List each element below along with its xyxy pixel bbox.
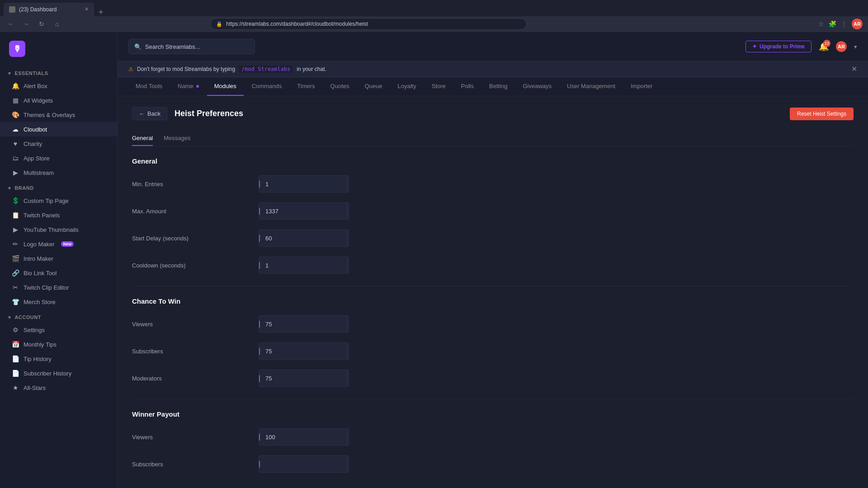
sub-tab-general[interactable]: General — [132, 131, 153, 146]
winner-subscribers-increment[interactable]: ▲ — [347, 455, 349, 464]
sidebar-item-tip-history[interactable]: 📄 Tip History — [0, 352, 117, 366]
subscribers-chance-increment[interactable]: ▲ — [347, 343, 349, 351]
notification-bell[interactable]: 🔔 23 — [819, 42, 829, 52]
user-dropdown-icon[interactable]: ▾ — [854, 43, 857, 50]
extensions-icon[interactable]: 🧩 — [829, 20, 836, 28]
min-entries-input[interactable] — [259, 181, 347, 188]
cooldown-increment[interactable]: ▲ — [347, 257, 349, 265]
moderators-chance-input[interactable] — [259, 375, 347, 382]
tab-commands[interactable]: Commands — [245, 77, 289, 96]
viewers-chance-decrement[interactable]: ▼ — [347, 324, 349, 333]
sidebar-item-custom-tip-page[interactable]: 💲 Custom Tip Page — [0, 193, 117, 208]
winner-viewers-decrement[interactable]: ▼ — [347, 437, 349, 446]
subscribers-chance-input-wrap[interactable]: ▲ ▼ — [259, 343, 349, 360]
moderators-chance-input-wrap[interactable]: ▲ ▼ — [259, 370, 349, 387]
sub-tab-messages[interactable]: Messages — [164, 131, 190, 146]
sidebar-item-youtube-thumbnails[interactable]: ▶ YouTube Thumbnails — [0, 222, 117, 237]
nav-forward-button[interactable]: → — [21, 19, 32, 29]
start-delay-input-wrap[interactable]: ▲ ▼ — [259, 230, 349, 247]
subscribers-chance-decrement[interactable]: ▼ — [347, 351, 349, 360]
sidebar-section-account[interactable]: ▼ Account — [0, 309, 117, 323]
nav-refresh-button[interactable]: ↻ — [36, 19, 47, 29]
sidebar-item-app-store[interactable]: 🗂 App Store — [0, 151, 117, 165]
tab-user-management[interactable]: User Management — [560, 77, 623, 96]
tab-giveaways[interactable]: Giveaways — [515, 77, 559, 96]
cooldown-input[interactable] — [259, 262, 347, 269]
nav-back-button[interactable]: ← — [5, 19, 16, 29]
reset-heist-settings-button[interactable]: Reset Heist Settings — [790, 108, 854, 120]
winner-viewers-input[interactable] — [259, 434, 347, 441]
new-tab-button[interactable]: + — [96, 8, 106, 16]
sidebar-item-multistream[interactable]: ▶ Multistream — [0, 165, 117, 180]
user-avatar[interactable]: AR — [836, 41, 847, 52]
tab-close-button[interactable]: ✕ — [85, 6, 89, 12]
sidebar-item-bio-link-tool[interactable]: 🔗 Bio Link Tool — [0, 266, 117, 280]
sidebar-item-themes-overlays[interactable]: 🎨 Themes & Overlays — [0, 108, 117, 122]
viewers-chance-input[interactable] — [259, 321, 347, 328]
sidebar-item-label-cloudbot: Cloudbot — [24, 126, 47, 133]
back-button[interactable]: ← Back — [132, 107, 167, 120]
subscribers-chance-input[interactable] — [259, 348, 347, 355]
sidebar-item-twitch-clip-editor[interactable]: ✂ Twitch Clip Editor — [0, 280, 117, 295]
winner-subscribers-decrement[interactable]: ▼ — [347, 464, 349, 473]
sidebar-item-all-widgets[interactable]: ▦ All Widgets — [0, 93, 117, 108]
cooldown-decrement[interactable]: ▼ — [347, 265, 349, 274]
tab-modules[interactable]: Modules — [207, 77, 244, 96]
notice-close-button[interactable]: ✕ — [851, 65, 857, 73]
tab-betting[interactable]: Betting — [482, 77, 514, 96]
moderators-chance-increment[interactable]: ▲ — [347, 370, 349, 378]
sidebar-item-cloudbot[interactable]: ☁ Cloudbot — [0, 122, 117, 136]
min-entries-decrement[interactable]: ▼ — [347, 184, 349, 192]
sidebar-section-essentials[interactable]: ▼ Essentials — [0, 65, 117, 79]
winner-subscribers-input-wrap[interactable]: ▲ ▼ — [259, 455, 349, 473]
bookmark-icon[interactable]: ☆ — [818, 20, 824, 28]
max-amount-input[interactable] — [259, 208, 347, 215]
moderators-chance-decrement[interactable]: ▼ — [347, 378, 349, 387]
settings-icon[interactable]: ⋮ — [841, 20, 847, 28]
sidebar-item-intro-maker[interactable]: 🎬 Intro Maker — [0, 251, 117, 266]
nav-home-button[interactable]: ⌂ — [52, 19, 62, 29]
max-amount-decrement[interactable]: ▼ — [347, 211, 349, 220]
tab-timers[interactable]: Timers — [290, 77, 322, 96]
sidebar-item-monthly-tips[interactable]: 📅 Monthly Tips — [0, 337, 117, 352]
tab-importer[interactable]: Importer — [623, 77, 660, 96]
winner-subscribers-input[interactable] — [259, 461, 347, 468]
sidebar-item-twitch-panels[interactable]: 📋 Twitch Panels — [0, 208, 117, 222]
search-bar[interactable]: 🔍 — [128, 39, 255, 54]
sidebar-item-logo-maker[interactable]: ✏ Logo Maker New — [0, 237, 117, 251]
start-delay-increment[interactable]: ▲ — [347, 230, 349, 238]
sidebar-item-settings[interactable]: ⚙ Settings — [0, 323, 117, 337]
start-delay-input[interactable] — [259, 235, 347, 242]
tab-name[interactable]: Name — [170, 77, 206, 96]
notification-count: 23 — [823, 40, 830, 47]
sidebar-item-all-stars[interactable]: ★ All-Stars — [0, 380, 117, 395]
viewers-chance-increment[interactable]: ▲ — [347, 315, 349, 324]
sidebar-item-merch-store[interactable]: 👕 Merch Store — [0, 295, 117, 309]
min-entries-input-wrap[interactable]: ▲ ▼ — [259, 175, 349, 192]
tab-loyalty[interactable]: Loyalty — [391, 77, 424, 96]
search-input[interactable] — [145, 43, 249, 50]
address-bar[interactable]: 🔒 https://streamlabs.com/dashboard#/clou… — [210, 18, 527, 30]
sidebar-section-brand[interactable]: ▼ Brand — [0, 180, 117, 193]
viewers-chance-input-wrap[interactable]: ▲ ▼ — [259, 315, 349, 333]
sidebar-logo[interactable]: 🎙 — [0, 33, 117, 65]
browser-tab-active[interactable]: (23) Dashboard ✕ — [4, 3, 94, 16]
sidebar-item-alert-box[interactable]: 🔔 Alert Box — [0, 79, 117, 93]
tab-store[interactable]: Store — [425, 77, 453, 96]
winner-viewers-input-wrap[interactable]: ▲ ▼ — [259, 428, 349, 446]
sidebar-item-charity[interactable]: ♥ Charity — [0, 136, 117, 151]
start-delay-decrement[interactable]: ▼ — [347, 238, 349, 247]
brand-chevron-icon: ▼ — [7, 186, 12, 191]
tab-polls[interactable]: Polls — [454, 77, 481, 96]
upgrade-prime-button[interactable]: ✦ Upgrade to Prime — [745, 41, 811, 52]
max-amount-input-wrap[interactable]: ▲ ▼ — [259, 202, 349, 220]
tab-mod-tools[interactable]: Mod Tools — [128, 77, 170, 96]
max-amount-increment[interactable]: ▲ — [347, 202, 349, 211]
cooldown-input-wrap[interactable]: ▲ ▼ — [259, 257, 349, 274]
winner-viewers-increment[interactable]: ▲ — [347, 428, 349, 437]
tab-quotes[interactable]: Quotes — [323, 77, 357, 96]
min-entries-increment[interactable]: ▲ — [347, 175, 349, 184]
browser-user-avatar[interactable]: AR — [852, 19, 863, 29]
sidebar-item-subscriber-history[interactable]: 📄 Subscriber History — [0, 366, 117, 380]
tab-queue[interactable]: Queue — [357, 77, 389, 96]
